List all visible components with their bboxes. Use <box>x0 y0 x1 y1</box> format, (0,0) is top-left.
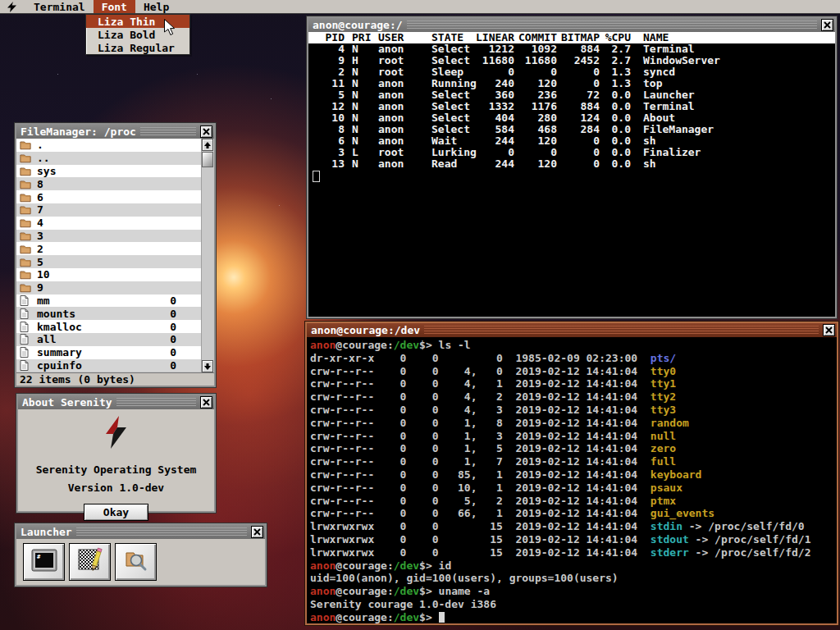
terminal-icon: # <box>30 547 58 577</box>
folder-name: 3 <box>37 230 201 242</box>
list-item-file[interactable]: summary0 <box>16 346 201 359</box>
list-item-file[interactable]: all0 <box>16 333 201 346</box>
list-item-folder[interactable]: 5 <box>16 255 201 268</box>
file-size: 0 <box>158 294 176 307</box>
table-row: 9HrootSelect116801168024522.7WindowServe… <box>308 55 835 66</box>
scroll-down-icon[interactable] <box>202 360 213 372</box>
desktop: TerminalFontHelp Liza ThinLiza BoldLiza … <box>0 0 840 630</box>
menu-terminal[interactable]: Terminal <box>25 0 94 13</box>
titlebar-stripes <box>76 527 247 536</box>
font-menu-item-liza-regular[interactable]: Liza Regular <box>86 41 189 54</box>
close-icon[interactable] <box>200 396 212 409</box>
folder-name: .. <box>37 152 201 164</box>
file-manager-window: FileManager: /proc ...sys8674325109mm0mo… <box>15 123 216 387</box>
window-title: anon@courage:/ <box>313 18 403 32</box>
terminal-top-titlebar[interactable]: anon@courage:/ <box>308 18 835 32</box>
window-title: About Serenity <box>22 395 112 409</box>
file-name: mm <box>37 294 158 307</box>
folder-name: sys <box>37 165 201 177</box>
close-icon[interactable] <box>821 19 833 31</box>
terminal-line: dr-xr-xr-x 0 0 0 1985-02-09 02:23:00 pts… <box>310 352 837 365</box>
terminal-line: crw-r--r-- 0 0 1, 3 2019-02-12 14:41:04 … <box>310 430 837 443</box>
okay-button[interactable]: Okay <box>84 504 148 521</box>
titlebar-stripes <box>407 21 817 30</box>
system-bolt-icon[interactable] <box>7 2 16 12</box>
about-titlebar[interactable]: About Serenity <box>18 395 214 409</box>
list-item-folder[interactable]: sys <box>16 165 201 178</box>
table-row: 2NrootSleep0001.3syncd <box>308 66 835 78</box>
window-title: Launcher <box>21 525 72 539</box>
file-icon <box>20 334 32 345</box>
list-item-file[interactable]: cpuinfo0 <box>16 359 201 372</box>
file-name: cpuinfo <box>37 359 158 372</box>
list-item-folder[interactable]: 9 <box>16 281 201 294</box>
launcher-window: Launcher # <box>15 523 267 587</box>
about-window: About Serenity Serenity Operating System… <box>16 394 216 513</box>
terminal-line: lrwxrwxrwx 0 0 15 2019-02-12 14:41:04 st… <box>310 533 837 546</box>
list-item-folder[interactable]: 6 <box>16 190 201 203</box>
list-item-folder[interactable]: 2 <box>16 242 201 255</box>
scroll-up-icon[interactable] <box>202 139 213 151</box>
vertical-scrollbar[interactable] <box>201 139 214 372</box>
about-os-name: Serenity Operating System <box>18 463 214 476</box>
file-size: 0 <box>158 308 176 320</box>
folder-icon <box>20 139 32 150</box>
file-manager-titlebar[interactable]: FileManager: /proc <box>16 125 214 139</box>
file-size: 0 <box>158 359 176 372</box>
list-item-folder[interactable]: 3 <box>16 230 201 243</box>
table-row: 5NanonSelect360236720.0Launcher <box>308 89 835 101</box>
table-row: 4NanonSelect121210928842.7Terminal <box>308 43 835 55</box>
titlebar-stripes <box>424 326 819 335</box>
close-icon[interactable] <box>251 526 263 538</box>
terminal-line: crw-r--r-- 0 0 4, 2 2019-02-12 14:41:04 … <box>310 390 837 404</box>
terminal-bottom-titlebar[interactable]: anon@courage:/dev <box>307 323 837 337</box>
serenity-bolt-logo <box>18 409 214 452</box>
list-item-folder[interactable]: .. <box>16 152 201 165</box>
list-item-file[interactable]: mm0 <box>16 294 201 308</box>
list-item-folder[interactable]: 7 <box>16 203 201 217</box>
terminal-line: Serenity courage 1.0-dev i386 <box>310 598 837 611</box>
table-row: 11NanonRunning24012001.3top <box>308 78 835 89</box>
launch-terminal-button[interactable]: # <box>23 543 65 581</box>
column-header-commit: COMMIT <box>514 32 557 43</box>
launch-font-editor-button[interactable] <box>69 543 111 581</box>
close-icon[interactable] <box>200 126 212 138</box>
launch-file-find-button[interactable] <box>115 543 157 581</box>
terminal-output[interactable]: anon@courage:/dev$> ls -ldr-xr-xr-x 0 0 … <box>307 337 837 623</box>
hollow-text-cursor <box>313 171 320 182</box>
table-row: 12NanonSelect133211768840.0Terminal <box>308 101 835 112</box>
list-item-folder[interactable]: . <box>16 139 201 152</box>
folder-name: 6 <box>37 191 201 203</box>
terminal-line: crw-r--r-- 0 0 5, 2 2019-02-12 14:41:04 … <box>310 495 837 508</box>
launcher-titlebar[interactable]: Launcher <box>16 525 265 539</box>
column-header-pri: PRI <box>345 32 378 43</box>
folder-icon <box>20 192 32 203</box>
font-editor-icon <box>76 546 104 578</box>
list-item-file[interactable]: mounts0 <box>16 307 201 320</box>
terminal-window-bottom: anon@courage:/dev anon@courage:/dev$> ls… <box>305 322 838 625</box>
table-row: 13NanonRead24412000.0sh <box>308 158 835 170</box>
column-header-name: NAME <box>631 32 669 43</box>
window-title: FileManager: /proc <box>21 125 136 139</box>
menu-font[interactable]: Font <box>94 0 135 13</box>
file-name: summary <box>37 346 158 358</box>
close-icon[interactable] <box>823 324 835 336</box>
list-item-file[interactable]: kmalloc0 <box>16 320 201 333</box>
file-icon <box>20 308 32 319</box>
mouse-cursor <box>164 19 176 39</box>
file-list: ...sys8674325109mm0mounts0kmalloc0all0su… <box>16 139 214 372</box>
list-item-folder[interactable]: 4 <box>16 217 201 230</box>
list-item-folder[interactable]: 10 <box>16 268 201 281</box>
text-cursor <box>439 612 445 623</box>
table-row: 3LrootLurking0000.0Finalizer <box>308 147 835 158</box>
scrollbar-thumb[interactable] <box>202 152 213 167</box>
list-item-folder[interactable]: 8 <box>16 177 201 190</box>
window-title: anon@courage:/dev <box>311 323 420 337</box>
folder-icon <box>20 153 32 163</box>
file-name: kmalloc <box>37 321 158 333</box>
terminal-line: anon@courage:/dev$> id <box>310 559 837 573</box>
terminal-line: crw-r--r-- 0 0 1, 8 2019-02-12 14:41:04 … <box>310 417 837 430</box>
folder-icon <box>20 244 32 254</box>
menu-help[interactable]: Help <box>135 0 177 13</box>
terminal-line: crw-r--r-- 0 0 4, 1 2019-02-12 14:41:04 … <box>310 377 837 390</box>
